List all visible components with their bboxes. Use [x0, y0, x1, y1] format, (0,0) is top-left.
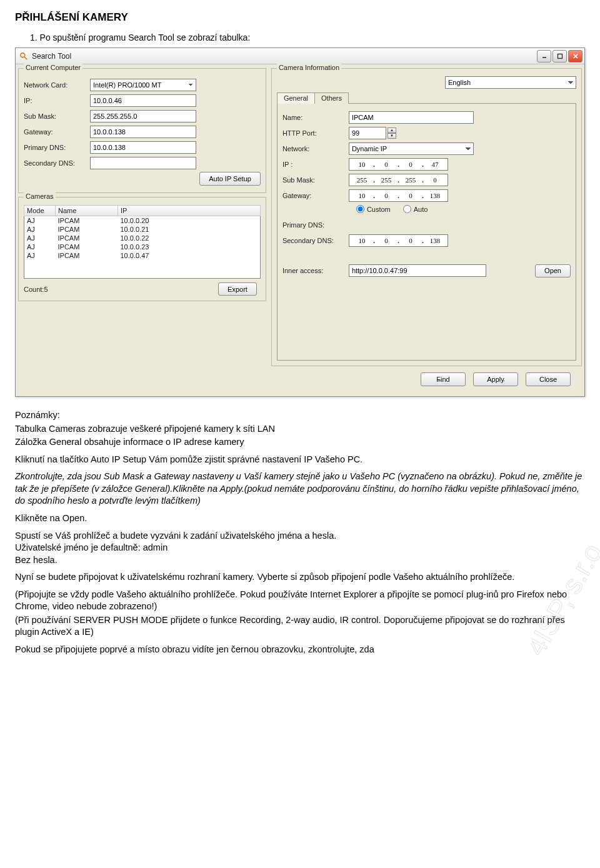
label-network-card: Network Card:: [24, 81, 90, 89]
label-primary-dns: Primary DNS:: [24, 144, 90, 151]
table-row[interactable]: AJIPCAM10.0.0.22: [24, 234, 261, 242]
paragraph-check: Zkontrolujte, zda jsou Sub Mask a Gatewa…: [15, 471, 585, 507]
notes-heading: Poznámky:: [15, 409, 585, 422]
paragraph-warning: (Připojujte se vždy podle Vašeho aktuáln…: [15, 589, 585, 613]
apply-button[interactable]: Apply: [473, 372, 518, 386]
window-title: Search Tool: [32, 52, 536, 61]
ip-octet[interactable]: [352, 176, 372, 184]
intro-line: 1. Po spuštění programu Search Tool se z…: [30, 32, 585, 42]
ip-octet[interactable]: [352, 236, 372, 245]
label-camera-ip: IP :: [282, 161, 349, 168]
minimize-button[interactable]: [537, 50, 551, 62]
camera-submask-input[interactable]: . . .: [349, 174, 448, 186]
label-camera-gateway: Gateway:: [282, 192, 349, 199]
tab-general[interactable]: General: [277, 92, 315, 104]
camera-information-group: Camera Information English General Other…: [271, 68, 582, 366]
paragraph-connect: Nyní se budete připojovat k uživatelském…: [15, 571, 585, 584]
table-row[interactable]: AJIPCAM10.0.0.23: [24, 242, 261, 251]
ip-input[interactable]: [90, 94, 196, 107]
camera-name-input[interactable]: [349, 111, 474, 124]
paragraph-black-screen: Pokud se připojujete poprvé a místo obra…: [15, 644, 585, 656]
svg-rect-3: [558, 54, 562, 58]
ip-octet[interactable]: [425, 236, 445, 245]
label-camera-submask: Sub Mask:: [282, 176, 349, 184]
language-select[interactable]: English: [445, 76, 576, 89]
page-title: PŘIHLÁŠENÍ KAMERY: [15, 11, 585, 24]
ip-octet[interactable]: [401, 236, 421, 245]
maximize-button[interactable]: [552, 50, 567, 62]
svg-line-1: [24, 56, 27, 59]
find-button[interactable]: Find: [421, 372, 466, 386]
submask-input[interactable]: [90, 110, 196, 122]
col-mode[interactable]: Mode: [24, 206, 56, 216]
gateway-input[interactable]: [90, 126, 196, 138]
label-name: Name:: [282, 114, 349, 121]
label-inner-access: Inner access:: [282, 267, 349, 274]
paragraph-browser: Spustí se Váš prohlížeč a budete vyzváni…: [15, 530, 585, 567]
spin-up-icon[interactable]: ▲: [388, 127, 396, 133]
search-tool-window: Search Tool Current Computer Network Car…: [15, 47, 585, 397]
label-gateway: Gateway:: [24, 128, 90, 136]
camera-ip-input[interactable]: . . .: [349, 158, 448, 171]
cameras-table[interactable]: Mode Name IP AJIPCAM10.0.0.20 AJIPCAM10.…: [24, 205, 261, 279]
cameras-group: Cameras Mode Name IP AJIPCAM10.0.0.20 AJ…: [18, 197, 266, 301]
paragraph-auto-ip: Kliknutí na tlačítko Auto IP Setup Vám p…: [15, 454, 585, 466]
ip-octet[interactable]: [376, 236, 396, 245]
close-button[interactable]: Close: [526, 372, 571, 386]
label-camera-primary-dns: Primary DNS:: [282, 221, 349, 229]
ip-octet[interactable]: [401, 176, 421, 184]
secondary-dns-input[interactable]: [90, 157, 196, 169]
svg-point-0: [21, 52, 25, 57]
ip-octet[interactable]: [401, 191, 421, 200]
titlebar: Search Tool: [16, 48, 584, 64]
label-submask: Sub Mask:: [24, 112, 90, 120]
label-secondary-dns: Secondary DNS:: [24, 159, 90, 167]
radio-auto[interactable]: Auto: [403, 205, 428, 213]
ip-octet[interactable]: [401, 160, 421, 169]
primary-dns-input[interactable]: [90, 141, 196, 154]
paragraph-serverpush: (Při používání SERVER PUSH MODE přijdete…: [15, 614, 585, 639]
network-card-select[interactable]: Intel(R) PRO/1000 MT: [90, 79, 196, 91]
cameras-legend: Cameras: [24, 192, 56, 200]
radio-custom[interactable]: Custom: [356, 205, 391, 213]
general-tab-panel: Name: HTTP Port: ▲ ▼: [277, 103, 576, 361]
current-computer-group: Current Computer Network Card: Intel(R) …: [18, 68, 266, 193]
label-camera-secondary-dns: Secondary DNS:: [282, 237, 349, 244]
table-row[interactable]: AJIPCAM10.0.0.47: [24, 251, 261, 279]
ip-octet[interactable]: [376, 160, 396, 169]
open-button[interactable]: Open: [535, 264, 571, 277]
inner-access-input[interactable]: [349, 264, 486, 277]
ip-octet[interactable]: [352, 191, 372, 200]
camera-information-legend: Camera Information: [277, 64, 341, 71]
app-icon: [19, 52, 28, 61]
note-1: Tabulka Cameras zobrazuje veškeré připoj…: [15, 423, 585, 436]
http-port-input[interactable]: [349, 127, 386, 139]
camera-gateway-input[interactable]: . . .: [349, 189, 448, 202]
count-label: Count:5: [24, 286, 48, 293]
ip-octet[interactable]: [425, 191, 445, 200]
ip-octet[interactable]: [376, 176, 396, 184]
ip-octet[interactable]: [425, 160, 445, 169]
label-ip: IP:: [24, 97, 90, 104]
col-name[interactable]: Name: [56, 206, 118, 216]
spin-down-icon[interactable]: ▼: [388, 133, 396, 139]
paragraph-open: Klikněte na Open.: [15, 512, 585, 525]
label-http-port: HTTP Port:: [282, 129, 349, 137]
label-network: Network:: [282, 145, 349, 152]
table-row[interactable]: AJIPCAM10.0.0.20: [24, 216, 261, 226]
col-ip[interactable]: IP: [118, 206, 261, 216]
tab-others[interactable]: Others: [314, 92, 349, 104]
export-button[interactable]: Export: [218, 282, 257, 296]
network-type-select[interactable]: Dynamic IP: [349, 142, 474, 155]
auto-ip-setup-button[interactable]: Auto IP Setup: [199, 172, 261, 186]
note-2: Záložka General obsahuje informace o IP …: [15, 436, 585, 449]
ip-octet[interactable]: [352, 160, 372, 169]
ip-octet[interactable]: [376, 191, 396, 200]
camera-secondary-dns-input[interactable]: . . .: [349, 234, 448, 247]
close-window-button[interactable]: [568, 50, 582, 62]
ip-octet[interactable]: [425, 176, 445, 184]
current-computer-legend: Current Computer: [24, 64, 82, 71]
table-row[interactable]: AJIPCAM10.0.0.21: [24, 225, 261, 234]
